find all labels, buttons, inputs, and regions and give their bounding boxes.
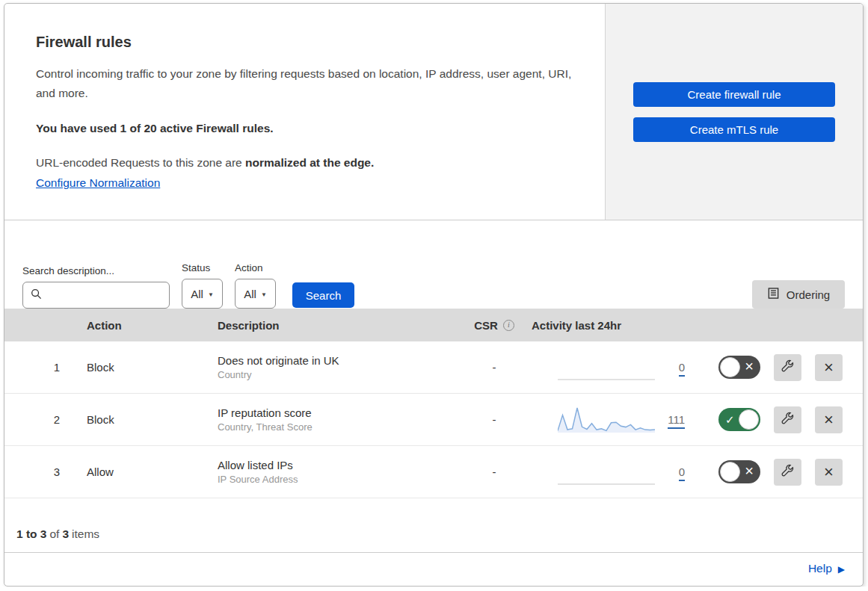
chevron-down-icon: ▼ bbox=[208, 291, 214, 298]
x-icon: × bbox=[745, 462, 754, 480]
table-row: 2 Block IP reputation score Country, Thr… bbox=[4, 394, 863, 446]
configure-normalization-link[interactable]: Configure Normalization bbox=[36, 176, 160, 189]
toggle-knob bbox=[720, 462, 740, 482]
rule-fields: IP Source Address bbox=[218, 474, 457, 485]
status-filter-group: Status All ▼ bbox=[182, 262, 223, 309]
status-select[interactable]: All ▼ bbox=[182, 279, 223, 309]
csr-column-header: CSR i bbox=[457, 319, 532, 332]
help-link[interactable]: Help ▶ bbox=[808, 562, 845, 575]
actions-panel: Create firewall rule Create mTLS rule bbox=[605, 4, 863, 220]
search-input-box bbox=[22, 282, 170, 309]
help-bar: Help ▶ bbox=[4, 553, 863, 584]
action-column-header: Action bbox=[87, 319, 218, 332]
close-icon: × bbox=[824, 359, 834, 376]
header-text-block: Firewall rules Control incoming traffic … bbox=[4, 4, 605, 220]
search-label: Search description... bbox=[22, 265, 170, 276]
close-icon: × bbox=[824, 464, 834, 480]
rule-csr-value: - bbox=[457, 361, 532, 374]
edit-rule-button[interactable] bbox=[774, 459, 801, 486]
ordering-button[interactable]: Ordering bbox=[752, 280, 845, 309]
table-row: 3 Allow Allow listed IPs IP Source Addre… bbox=[4, 446, 863, 498]
page-description: Control incoming traffic to your zone by… bbox=[36, 64, 582, 103]
rule-description: Allow listed IPs bbox=[218, 459, 457, 471]
rule-action: Allow bbox=[87, 465, 218, 478]
activity-sparkline bbox=[558, 405, 655, 435]
activity-count-link[interactable]: 0 bbox=[679, 361, 685, 377]
usage-note: You have used 1 of 20 active Firewall ru… bbox=[36, 122, 582, 135]
rule-priority: 1 bbox=[4, 361, 87, 374]
description-column-header: Description bbox=[218, 319, 457, 332]
pagination-items: items bbox=[72, 527, 99, 541]
search-group: Search description... bbox=[22, 265, 170, 309]
rule-csr-value: - bbox=[457, 465, 532, 478]
activity-count-link[interactable]: 0 bbox=[679, 465, 685, 481]
normalization-bold: normalized at the edge. bbox=[245, 156, 374, 169]
activity-count-link[interactable]: 111 bbox=[668, 413, 685, 429]
create-firewall-rule-button[interactable]: Create firewall rule bbox=[633, 82, 835, 107]
rule-enabled-toggle[interactable]: ✓ × bbox=[718, 408, 760, 431]
wrench-icon bbox=[781, 464, 795, 480]
pagination-total: 3 bbox=[62, 527, 69, 541]
search-icon bbox=[31, 288, 42, 303]
action-label: Action bbox=[235, 262, 276, 273]
rule-description: Does not originate in UK bbox=[218, 354, 457, 367]
pagination-bar: 1 to 3 of 3 items bbox=[4, 498, 863, 553]
rule-action: Block bbox=[87, 361, 218, 374]
rule-priority: 3 bbox=[4, 465, 87, 478]
chevron-down-icon: ▼ bbox=[261, 291, 267, 298]
pagination-of: of bbox=[49, 527, 59, 541]
csr-header-label: CSR bbox=[474, 319, 498, 332]
check-icon: ✓ bbox=[725, 412, 735, 426]
search-button[interactable]: Search bbox=[292, 282, 354, 308]
rule-fields: Country bbox=[218, 369, 457, 380]
table-header-row: Action Description CSR i Activity last 2… bbox=[4, 309, 863, 341]
rule-priority: 2 bbox=[4, 413, 87, 426]
ordering-button-label: Ordering bbox=[787, 288, 830, 301]
status-label: Status bbox=[182, 262, 223, 273]
rule-fields: Country, Threat Score bbox=[218, 421, 457, 433]
rule-description: IP reputation score bbox=[218, 406, 457, 419]
edit-rule-button[interactable] bbox=[774, 354, 801, 381]
wrench-icon bbox=[781, 412, 795, 428]
filter-bar: Search description... Status All ▼ Actio… bbox=[4, 220, 863, 309]
delete-rule-button[interactable]: × bbox=[815, 354, 843, 381]
delete-rule-button[interactable]: × bbox=[815, 406, 843, 433]
rule-csr-value: - bbox=[457, 413, 532, 426]
action-selected-value: All bbox=[244, 288, 256, 300]
normalization-note: URL-encoded Requests to this zone are no… bbox=[36, 156, 582, 170]
activity-sparkline bbox=[558, 457, 655, 487]
list-document-icon bbox=[767, 287, 780, 302]
rule-action: Block bbox=[87, 413, 218, 426]
header-section: Firewall rules Control incoming traffic … bbox=[4, 4, 863, 220]
action-filter-group: Action All ▼ bbox=[235, 262, 276, 309]
activity-column-header: Activity last 24hr bbox=[532, 319, 696, 332]
edit-rule-button[interactable] bbox=[774, 406, 801, 433]
normalization-text: URL-encoded Requests to this zone are bbox=[36, 156, 242, 169]
firewall-rules-card: Firewall rules Control incoming traffic … bbox=[4, 3, 864, 587]
create-mtls-rule-button[interactable]: Create mTLS rule bbox=[633, 117, 835, 142]
wrench-icon bbox=[781, 359, 795, 376]
action-select[interactable]: All ▼ bbox=[235, 279, 276, 309]
delete-rule-button[interactable]: × bbox=[815, 459, 843, 486]
status-selected-value: All bbox=[191, 288, 203, 300]
toggle-knob bbox=[720, 357, 740, 377]
info-icon[interactable]: i bbox=[503, 320, 514, 331]
activity-sparkline bbox=[558, 353, 655, 383]
search-input[interactable] bbox=[48, 288, 161, 302]
x-icon: × bbox=[745, 358, 754, 375]
close-icon: × bbox=[824, 412, 834, 428]
rule-enabled-toggle[interactable]: ✓ × bbox=[718, 356, 760, 379]
toggle-knob bbox=[739, 409, 759, 430]
table-row: 1 Block Does not originate in UK Country… bbox=[4, 341, 863, 394]
help-link-label: Help bbox=[808, 562, 832, 575]
page-title: Firewall rules bbox=[36, 34, 582, 51]
pagination-range: 1 to 3 bbox=[16, 527, 46, 541]
rule-enabled-toggle[interactable]: ✓ × bbox=[718, 460, 760, 483]
arrow-right-icon: ▶ bbox=[838, 564, 845, 575]
